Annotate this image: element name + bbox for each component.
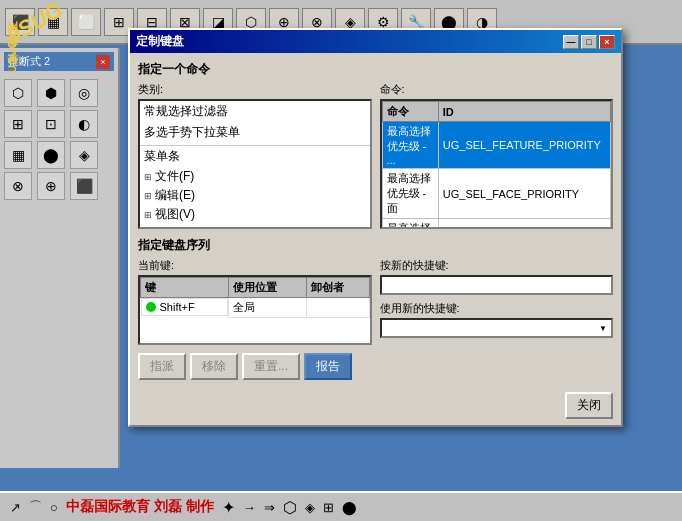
status-circle-icon: ○: [50, 500, 58, 515]
panel-title-text: 推断式 2: [8, 54, 50, 69]
key-table: 键 使用位置 卸创者 Shift+F 全局: [140, 277, 370, 318]
category-item-3-label: 文件(F): [155, 168, 194, 185]
tree-arrow-6: ⊞: [144, 229, 152, 230]
status-icon4: ⬡: [283, 498, 297, 517]
dialog-footer: 关闭: [130, 388, 621, 425]
command-row-2[interactable]: 最高选择优先级 - 体 UG_SEL_BODY_PRIORITY: [382, 219, 611, 230]
toolbar-btn-2[interactable]: ▦: [38, 8, 68, 36]
cmd-col1-header: 命令: [382, 102, 438, 122]
section1-title: 指定一个命令: [138, 61, 613, 78]
status-arrow-icon: ↗: [10, 500, 21, 515]
tree-arrow-4: ⊞: [144, 191, 152, 201]
category-item-5[interactable]: ⊞ 视图(V): [140, 205, 370, 224]
key-shortcut: Shift+F: [160, 301, 195, 313]
titlebar-buttons: — □ ×: [563, 35, 615, 49]
key-col2-header: 使用位置: [229, 278, 307, 298]
key-value: Shift+F: [141, 298, 229, 316]
category-box: 类别: 常规选择过滤器 多选手势下拉菜单 菜单条 ⊞ 文件(F) ⊞ 编辑(E)…: [138, 82, 372, 229]
dialog: 定制键盘 — □ × 指定一个命令 类别: 常规选择过滤器 多选手势下拉菜单 菜…: [128, 28, 623, 427]
remove-btn[interactable]: 移除: [190, 353, 238, 380]
dialog-body: 指定一个命令 类别: 常规选择过滤器 多选手势下拉菜单 菜单条 ⊞ 文件(F) …: [130, 53, 621, 388]
sidebar-icons: ⬡ ⬢ ◎ ⊞ ⊡ ◐ ▦ ⬤ ◈ ⊗ ⊕ ⬛: [4, 75, 114, 204]
category-item-6[interactable]: ⊞ 插入(S): [140, 224, 370, 229]
status-icon5: ◈: [305, 500, 315, 515]
current-keys-label: 当前键:: [138, 258, 372, 273]
category-item-3[interactable]: ⊞ 文件(F): [140, 167, 370, 186]
keyboard-left: 当前键: 键 使用位置 卸创者: [138, 258, 372, 345]
tree-arrow-5: ⊞: [144, 210, 152, 220]
close-btn[interactable]: 关闭: [565, 392, 613, 419]
dialog-max-btn[interactable]: □: [581, 35, 597, 49]
action-btn-row: 指派 移除 重置... 报告: [138, 353, 613, 380]
dialog-close-btn[interactable]: ×: [599, 35, 615, 49]
command-box: 命令: 命令 ID 最高选择优先级 - ... UG_SEL_F: [380, 82, 614, 229]
keyboard-inner: 当前键: 键 使用位置 卸创者: [138, 258, 613, 345]
cmd-id-2: UG_SEL_BODY_PRIORITY: [438, 219, 610, 230]
sidebar-icon-1[interactable]: ⬡: [4, 79, 32, 107]
sidebar-icon-3[interactable]: ◎: [70, 79, 98, 107]
chevron-down-icon: ▼: [599, 324, 607, 333]
category-item-6-label: 插入(S): [155, 225, 195, 229]
left-panel: 推断式 2 × ⬡ ⬢ ◎ ⊞ ⊡ ◐ ▦ ⬤ ◈ ⊗ ⊕ ⬛: [0, 48, 120, 468]
sidebar-icon-2[interactable]: ⬢: [37, 79, 65, 107]
section2-title: 指定键盘序列: [138, 237, 613, 254]
command-table: 命令 ID 最高选择优先级 - ... UG_SEL_FEATURE_PRIOR…: [382, 101, 612, 229]
sidebar-icon-4[interactable]: ⊞: [4, 110, 32, 138]
tree-arrow-3: ⊞: [144, 172, 152, 182]
dialog-title: 定制键盘: [136, 33, 184, 50]
key-table-container[interactable]: 键 使用位置 卸创者 Shift+F 全局: [138, 275, 372, 345]
green-dot-icon: [146, 302, 156, 312]
cmd-name-2: 最高选择优先级 - 体: [382, 219, 438, 230]
key-col3-header: 卸创者: [307, 278, 369, 298]
category-item-1[interactable]: 多选手势下拉菜单: [140, 122, 370, 143]
use-shortcut-dropdown[interactable]: ▼: [380, 318, 614, 338]
key-row-0[interactable]: Shift+F 全局: [141, 298, 370, 318]
category-list[interactable]: 常规选择过滤器 多选手势下拉菜单 菜单条 ⊞ 文件(F) ⊞ 编辑(E) ⊞ 视…: [138, 99, 372, 229]
status-curve-icon: ⌒: [29, 498, 42, 516]
cmd-col2-header: ID: [438, 102, 610, 122]
command-row-0[interactable]: 最高选择优先级 - ... UG_SEL_FEATURE_PRIORITY: [382, 122, 611, 169]
keyboard-right: 按新的快捷键: 使用新的快捷键: ▼: [380, 258, 614, 345]
sidebar-icon-5[interactable]: ⊡: [37, 110, 65, 138]
reset-btn[interactable]: 重置...: [242, 353, 300, 380]
sidebar-icon-12[interactable]: ⬛: [70, 172, 98, 200]
sidebar-icon-9[interactable]: ◈: [70, 141, 98, 169]
cmd-name-0: 最高选择优先级 - ...: [382, 122, 438, 169]
panel-close-btn[interactable]: ×: [96, 55, 110, 69]
category-item-0[interactable]: 常规选择过滤器: [140, 101, 370, 122]
category-item-2[interactable]: 菜单条: [140, 145, 370, 167]
panel-title: 推断式 2 ×: [4, 52, 114, 71]
command-list[interactable]: 命令 ID 最高选择优先级 - ... UG_SEL_FEATURE_PRIOR…: [380, 99, 614, 229]
cmd-name-1: 最高选择优先级 - 面: [382, 169, 438, 219]
command-label: 命令:: [380, 82, 614, 97]
command-row-1[interactable]: 最高选择优先级 - 面 UG_SEL_FACE_PRIORITY: [382, 169, 611, 219]
assign-btn[interactable]: 指派: [138, 353, 186, 380]
key-location: 全局: [229, 298, 307, 318]
report-btn[interactable]: 报告: [304, 353, 352, 380]
new-shortcut-label: 按新的快捷键:: [380, 258, 614, 273]
dialog-min-btn[interactable]: —: [563, 35, 579, 49]
status-text: 中磊国际教育 刘磊 制作: [66, 498, 214, 516]
use-new-shortcut-label: 使用新的快捷键:: [380, 301, 614, 316]
status-icon2: →: [243, 500, 256, 515]
status-icon1: ✦: [222, 498, 235, 517]
sidebar-icon-11[interactable]: ⊕: [37, 172, 65, 200]
status-bar: ↗ ⌒ ○ 中磊国际教育 刘磊 制作 ✦ → ⇒ ⬡ ◈ ⊞ ⬤: [0, 491, 682, 521]
cmd-id-0: UG_SEL_FEATURE_PRIORITY: [438, 122, 610, 169]
toolbar-btn-1[interactable]: ⬛: [5, 8, 35, 36]
status-icon6: ⊞: [323, 500, 334, 515]
sidebar-icon-7[interactable]: ▦: [4, 141, 32, 169]
new-shortcut-input[interactable]: [380, 275, 614, 295]
key-owner: [307, 298, 369, 318]
sidebar-icon-10[interactable]: ⊗: [4, 172, 32, 200]
dialog-titlebar: 定制键盘 — □ ×: [130, 30, 621, 53]
sidebar-icon-6[interactable]: ◐: [70, 110, 98, 138]
top-section: 类别: 常规选择过滤器 多选手势下拉菜单 菜单条 ⊞ 文件(F) ⊞ 编辑(E)…: [138, 82, 613, 229]
category-item-4[interactable]: ⊞ 编辑(E): [140, 186, 370, 205]
sidebar-icon-8[interactable]: ⬤: [37, 141, 65, 169]
category-label: 类别:: [138, 82, 372, 97]
key-col1-header: 键: [141, 278, 229, 298]
toolbar-btn-3[interactable]: ⬜: [71, 8, 101, 36]
category-item-4-label: 编辑(E): [155, 187, 195, 204]
status-icon3: ⇒: [264, 500, 275, 515]
